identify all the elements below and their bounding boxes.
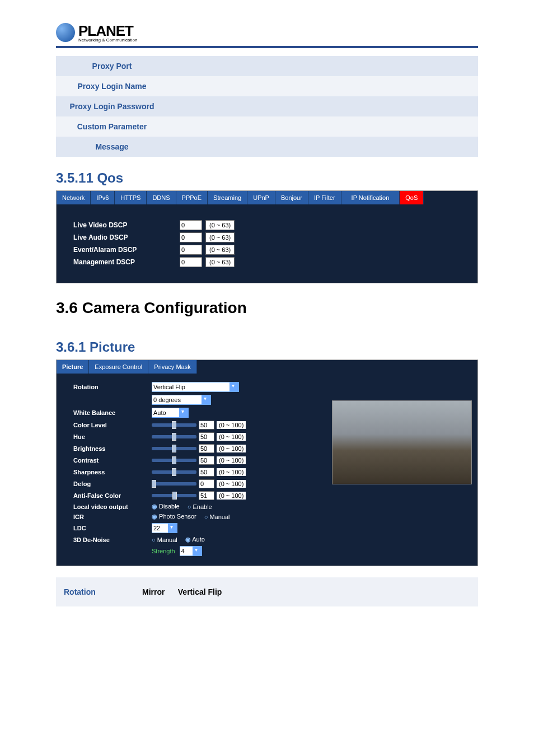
sharpness-value[interactable] [199, 468, 214, 477]
row-rotation-degrees [73, 395, 322, 405]
heading-qos: 3.5.11 Qos [56, 170, 478, 186]
dropdown-arrow-icon[interactable] [193, 546, 202, 556]
tab-ddns[interactable]: DDNS [147, 191, 176, 204]
brightness-value[interactable] [199, 444, 214, 453]
tab-https[interactable]: HTTPS [115, 191, 147, 204]
row-sharpness: Sharpness(0 ~ 100) [73, 468, 322, 477]
tab-upnp[interactable]: UPnP [247, 191, 275, 204]
rotation-desc-vflip: Vertical Flip [178, 587, 222, 596]
hue-value[interactable] [199, 432, 214, 441]
slider-thumb[interactable] [172, 468, 176, 476]
dropdown-arrow-icon[interactable] [202, 395, 211, 405]
denoise-option-manual[interactable]: ○ Manual [152, 536, 177, 543]
param-value [168, 96, 478, 116]
slider-thumb[interactable] [172, 445, 176, 452]
picture-label: Anti-False Color [73, 492, 152, 499]
icr-option-photo-sensor[interactable]: ◉ Photo Sensor [152, 513, 196, 520]
qos-input[interactable] [180, 232, 202, 242]
anti-false-color-value[interactable] [199, 491, 214, 500]
color-level-slider[interactable] [152, 423, 196, 427]
tab-streaming[interactable]: Streaming [208, 191, 247, 204]
row-color-level: Color Level(0 ~ 100) [73, 421, 322, 430]
picture-label: ICR [73, 514, 152, 520]
brightness-slider[interactable] [152, 447, 196, 450]
defog-slider[interactable] [152, 482, 196, 486]
picture-label: Defog [73, 480, 152, 487]
logo-tagline: Networking & Communication [78, 38, 137, 43]
tab-pppoe[interactable]: PPPoE [176, 191, 208, 204]
tab-exposure-control[interactable]: Exposure Control [89, 360, 148, 374]
row-3d-denoise: 3D De-Noise○ Manual◉ Auto [73, 536, 322, 543]
contrast-value[interactable] [199, 456, 214, 465]
dropdown-arrow-icon[interactable] [168, 523, 177, 533]
row-strength: Strength [73, 546, 322, 556]
qos-label: Event/Alaram DSCP [73, 246, 180, 254]
tab-privacy-mask[interactable]: Privacy Mask [148, 360, 196, 374]
tab-ipv6[interactable]: IPv6 [91, 191, 115, 204]
param-value [168, 76, 478, 96]
picture-label: LDC [73, 525, 152, 531]
camera-preview-image [332, 400, 472, 484]
anti-false-color-slider[interactable] [152, 494, 196, 497]
picture-label: Hue [73, 433, 152, 440]
picture-label: White Balance [73, 409, 152, 416]
planet-globe-icon [56, 23, 75, 42]
defog-value[interactable] [199, 479, 214, 488]
tab-bonjour[interactable]: Bonjour [275, 191, 308, 204]
row-rotation: Rotation [73, 382, 322, 392]
color-level-value[interactable] [199, 421, 214, 430]
tab-ip-filter[interactable]: IP Filter [308, 191, 341, 204]
sharpness-slider[interactable] [152, 470, 196, 474]
row-local-video-output: Local video output◉ Disable○ Enable [73, 503, 322, 510]
qos-row: Live Video DSCP(0 ~ 63) [73, 220, 461, 230]
row-defog: Defog(0 ~ 100) [73, 479, 322, 488]
range-label: (0 ~ 100) [217, 433, 246, 441]
picture-label: 3D De-Noise [73, 536, 152, 543]
qos-input[interactable] [180, 257, 202, 267]
local-video-output-option-enable[interactable]: ○ Enable [188, 503, 212, 510]
picture-label: Contrast [73, 457, 152, 464]
tab-ip-notification[interactable]: IP Notification [341, 191, 400, 204]
local-video-output-option-disable[interactable]: ◉ Disable [152, 503, 180, 510]
slider-thumb[interactable] [172, 492, 177, 500]
denoise-option-auto[interactable]: ◉ Auto [185, 536, 205, 543]
contrast-slider[interactable] [152, 459, 196, 462]
range-label: (0 ~ 100) [217, 445, 246, 452]
range-label: (0 ~ 100) [217, 468, 246, 476]
qos-row: Management DSCP(0 ~ 63) [73, 257, 461, 267]
rotation-degrees-select[interactable] [152, 395, 202, 405]
range-label: (0 ~ 100) [217, 456, 246, 464]
rotation-desc-label: Rotation [56, 577, 134, 606]
white-balance-select[interactable] [152, 408, 180, 418]
tab-network[interactable]: Network [57, 191, 91, 204]
row-brightness: Brightness(0 ~ 100) [73, 444, 322, 453]
qos-range: (0 ~ 63) [205, 220, 235, 230]
dropdown-arrow-icon[interactable] [230, 382, 239, 392]
qos-row: Live Audio DSCP(0 ~ 63) [73, 232, 461, 242]
strength-select[interactable] [180, 546, 193, 556]
slider-thumb[interactable] [172, 433, 176, 441]
row-ldc: LDC [73, 523, 322, 533]
picture-label: Sharpness [73, 469, 152, 475]
range-label: (0 ~ 100) [217, 492, 246, 500]
picture-label: Rotation [73, 384, 152, 390]
row-anti-false-color: Anti-False Color(0 ~ 100) [73, 491, 322, 500]
slider-thumb[interactable] [172, 456, 176, 464]
qos-input[interactable] [180, 245, 202, 255]
picture-label: Color Level [73, 422, 152, 428]
slider-thumb[interactable] [152, 480, 156, 488]
icr-option-manual[interactable]: ○ Manual [204, 514, 230, 520]
dropdown-arrow-icon[interactable] [180, 408, 189, 418]
heading-picture: 3.6.1 Picture [56, 339, 478, 355]
ldc-select[interactable] [152, 523, 168, 533]
row-white-balance: White Balance [73, 408, 322, 418]
logo: PLANET Networking & Communication [56, 22, 478, 43]
rotation-select[interactable] [152, 382, 230, 392]
hue-slider[interactable] [152, 435, 196, 438]
slider-thumb[interactable] [172, 421, 176, 429]
picture-screenshot: PictureExposure ControlPrivacy Mask Rota… [56, 360, 478, 566]
qos-input[interactable] [180, 220, 202, 230]
range-label: (0 ~ 100) [217, 421, 246, 429]
tab-picture[interactable]: Picture [57, 360, 89, 374]
tab-qos[interactable]: QoS [400, 191, 424, 204]
